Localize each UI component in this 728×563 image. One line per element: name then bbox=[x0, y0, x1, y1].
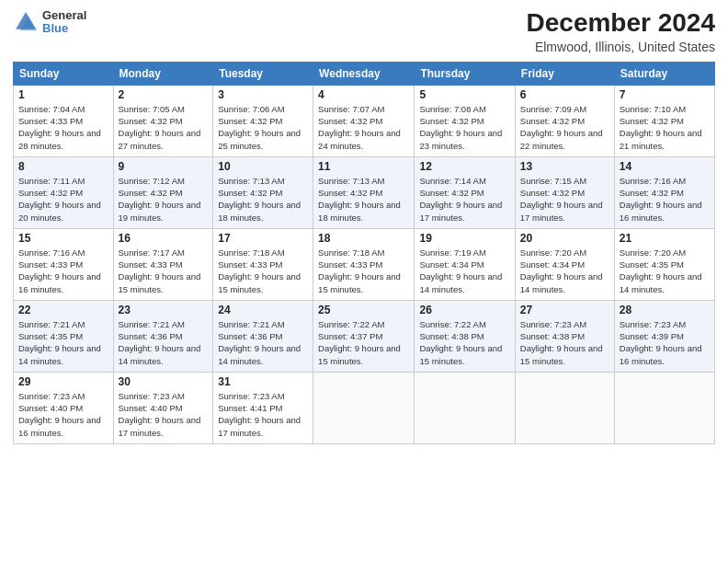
day-info: Sunrise: 7:21 AMSunset: 4:36 PMDaylight:… bbox=[119, 318, 209, 367]
calendar-cell: 13Sunrise: 7:15 AMSunset: 4:32 PMDayligh… bbox=[515, 156, 614, 228]
col-header-saturday: Saturday bbox=[614, 62, 714, 85]
day-number: 10 bbox=[218, 160, 308, 173]
day-info: Sunrise: 7:21 AMSunset: 4:36 PMDaylight:… bbox=[218, 318, 308, 367]
day-number: 21 bbox=[620, 232, 710, 245]
col-header-sunday: Sunday bbox=[14, 62, 114, 85]
day-number: 28 bbox=[620, 304, 710, 316]
col-header-wednesday: Wednesday bbox=[313, 62, 415, 85]
calendar-cell: 11Sunrise: 7:13 AMSunset: 4:32 PMDayligh… bbox=[313, 156, 415, 228]
day-info: Sunrise: 7:11 AMSunset: 4:32 PMDaylight:… bbox=[18, 175, 108, 224]
calendar-cell: 23Sunrise: 7:21 AMSunset: 4:36 PMDayligh… bbox=[113, 300, 213, 372]
day-number: 20 bbox=[520, 232, 609, 245]
calendar: SundayMondayTuesdayWednesdayThursdayFrid… bbox=[13, 62, 715, 444]
day-info: Sunrise: 7:21 AMSunset: 4:35 PMDaylight:… bbox=[18, 318, 108, 367]
day-number: 13 bbox=[520, 160, 609, 173]
day-info: Sunrise: 7:15 AMSunset: 4:32 PMDaylight:… bbox=[520, 175, 609, 224]
calendar-cell bbox=[313, 372, 415, 443]
day-number: 27 bbox=[520, 304, 609, 316]
day-number: 14 bbox=[620, 160, 710, 173]
day-info: Sunrise: 7:23 AMSunset: 4:41 PMDaylight:… bbox=[218, 390, 308, 439]
calendar-cell: 29Sunrise: 7:23 AMSunset: 4:40 PMDayligh… bbox=[14, 372, 114, 443]
calendar-cell: 21Sunrise: 7:20 AMSunset: 4:35 PMDayligh… bbox=[614, 228, 714, 300]
calendar-row-3: 15Sunrise: 7:16 AMSunset: 4:33 PMDayligh… bbox=[14, 228, 715, 300]
calendar-cell: 9Sunrise: 7:12 AMSunset: 4:32 PMDaylight… bbox=[113, 156, 213, 228]
calendar-cell: 17Sunrise: 7:18 AMSunset: 4:33 PMDayligh… bbox=[213, 228, 313, 300]
header-row: SundayMondayTuesdayWednesdayThursdayFrid… bbox=[14, 62, 715, 85]
day-info: Sunrise: 7:19 AMSunset: 4:34 PMDaylight:… bbox=[419, 247, 509, 295]
col-header-monday: Monday bbox=[113, 62, 213, 85]
day-info: Sunrise: 7:13 AMSunset: 4:32 PMDaylight:… bbox=[318, 175, 409, 224]
day-number: 6 bbox=[520, 88, 609, 101]
calendar-cell bbox=[415, 372, 515, 443]
logo-text: General Blue bbox=[42, 9, 86, 36]
day-info: Sunrise: 7:16 AMSunset: 4:32 PMDaylight:… bbox=[620, 175, 710, 224]
calendar-cell: 22Sunrise: 7:21 AMSunset: 4:35 PMDayligh… bbox=[14, 300, 114, 372]
day-info: Sunrise: 7:20 AMSunset: 4:34 PMDaylight:… bbox=[520, 247, 609, 295]
day-info: Sunrise: 7:09 AMSunset: 4:32 PMDaylight:… bbox=[520, 103, 609, 152]
day-info: Sunrise: 7:22 AMSunset: 4:37 PMDaylight:… bbox=[318, 318, 409, 367]
col-header-tuesday: Tuesday bbox=[213, 62, 313, 85]
day-number: 5 bbox=[419, 88, 509, 101]
calendar-cell: 19Sunrise: 7:19 AMSunset: 4:34 PMDayligh… bbox=[415, 228, 515, 300]
day-number: 29 bbox=[18, 375, 108, 388]
day-info: Sunrise: 7:23 AMSunset: 4:40 PMDaylight:… bbox=[18, 390, 108, 439]
day-number: 1 bbox=[18, 88, 108, 101]
calendar-cell: 4Sunrise: 7:07 AMSunset: 4:32 PMDaylight… bbox=[313, 85, 415, 156]
calendar-cell: 6Sunrise: 7:09 AMSunset: 4:32 PMDaylight… bbox=[515, 85, 614, 156]
calendar-cell: 8Sunrise: 7:11 AMSunset: 4:32 PMDaylight… bbox=[14, 156, 114, 228]
calendar-cell: 27Sunrise: 7:23 AMSunset: 4:38 PMDayligh… bbox=[515, 300, 614, 372]
calendar-cell: 10Sunrise: 7:13 AMSunset: 4:32 PMDayligh… bbox=[213, 156, 313, 228]
logo-blue-text: Blue bbox=[42, 22, 86, 35]
day-info: Sunrise: 7:16 AMSunset: 4:33 PMDaylight:… bbox=[18, 247, 108, 295]
calendar-row-4: 22Sunrise: 7:21 AMSunset: 4:35 PMDayligh… bbox=[14, 300, 715, 372]
day-number: 26 bbox=[419, 304, 509, 316]
logo-icon bbox=[13, 9, 39, 35]
title-block: December 2024 Elmwood, Illinois, United … bbox=[527, 9, 715, 54]
day-number: 12 bbox=[419, 160, 509, 173]
calendar-cell: 16Sunrise: 7:17 AMSunset: 4:33 PMDayligh… bbox=[113, 228, 213, 300]
day-info: Sunrise: 7:12 AMSunset: 4:32 PMDaylight:… bbox=[119, 175, 209, 224]
calendar-cell: 25Sunrise: 7:22 AMSunset: 4:37 PMDayligh… bbox=[313, 300, 415, 372]
day-number: 7 bbox=[620, 88, 710, 101]
calendar-cell: 15Sunrise: 7:16 AMSunset: 4:33 PMDayligh… bbox=[14, 228, 114, 300]
day-info: Sunrise: 7:10 AMSunset: 4:32 PMDaylight:… bbox=[620, 103, 710, 152]
day-number: 23 bbox=[119, 304, 209, 316]
col-header-friday: Friday bbox=[515, 62, 614, 85]
day-info: Sunrise: 7:17 AMSunset: 4:33 PMDaylight:… bbox=[119, 247, 209, 295]
day-number: 17 bbox=[218, 232, 308, 245]
day-info: Sunrise: 7:08 AMSunset: 4:32 PMDaylight:… bbox=[419, 103, 509, 152]
day-number: 2 bbox=[119, 88, 209, 101]
day-number: 19 bbox=[419, 232, 509, 245]
col-header-thursday: Thursday bbox=[415, 62, 515, 85]
day-number: 11 bbox=[318, 160, 409, 173]
calendar-cell: 26Sunrise: 7:22 AMSunset: 4:38 PMDayligh… bbox=[415, 300, 515, 372]
calendar-cell: 18Sunrise: 7:18 AMSunset: 4:33 PMDayligh… bbox=[313, 228, 415, 300]
day-number: 8 bbox=[18, 160, 108, 173]
page: General Blue December 2024 Elmwood, Illi… bbox=[0, 0, 728, 563]
day-info: Sunrise: 7:14 AMSunset: 4:32 PMDaylight:… bbox=[419, 175, 509, 224]
calendar-cell: 30Sunrise: 7:23 AMSunset: 4:40 PMDayligh… bbox=[113, 372, 213, 443]
calendar-cell: 3Sunrise: 7:06 AMSunset: 4:32 PMDaylight… bbox=[213, 85, 313, 156]
logo: General Blue bbox=[13, 9, 86, 36]
day-number: 18 bbox=[318, 232, 409, 245]
day-number: 22 bbox=[18, 304, 108, 316]
calendar-cell: 31Sunrise: 7:23 AMSunset: 4:41 PMDayligh… bbox=[213, 372, 313, 443]
day-info: Sunrise: 7:22 AMSunset: 4:38 PMDaylight:… bbox=[419, 318, 509, 367]
day-number: 31 bbox=[218, 375, 308, 388]
day-number: 25 bbox=[318, 304, 409, 316]
day-number: 3 bbox=[218, 88, 308, 101]
calendar-row-1: 1Sunrise: 7:04 AMSunset: 4:33 PMDaylight… bbox=[14, 85, 715, 156]
calendar-cell: 7Sunrise: 7:10 AMSunset: 4:32 PMDaylight… bbox=[614, 85, 714, 156]
header: General Blue December 2024 Elmwood, Illi… bbox=[13, 9, 715, 54]
day-number: 9 bbox=[119, 160, 209, 173]
calendar-cell: 5Sunrise: 7:08 AMSunset: 4:32 PMDaylight… bbox=[415, 85, 515, 156]
subtitle: Elmwood, Illinois, United States bbox=[527, 40, 715, 54]
calendar-cell: 1Sunrise: 7:04 AMSunset: 4:33 PMDaylight… bbox=[14, 85, 114, 156]
calendar-cell bbox=[515, 372, 614, 443]
day-info: Sunrise: 7:23 AMSunset: 4:39 PMDaylight:… bbox=[620, 318, 710, 367]
day-info: Sunrise: 7:06 AMSunset: 4:32 PMDaylight:… bbox=[218, 103, 308, 152]
logo-general-text: General bbox=[42, 9, 86, 22]
day-info: Sunrise: 7:18 AMSunset: 4:33 PMDaylight:… bbox=[218, 247, 308, 295]
day-info: Sunrise: 7:23 AMSunset: 4:40 PMDaylight:… bbox=[119, 390, 209, 439]
calendar-row-5: 29Sunrise: 7:23 AMSunset: 4:40 PMDayligh… bbox=[14, 372, 715, 443]
